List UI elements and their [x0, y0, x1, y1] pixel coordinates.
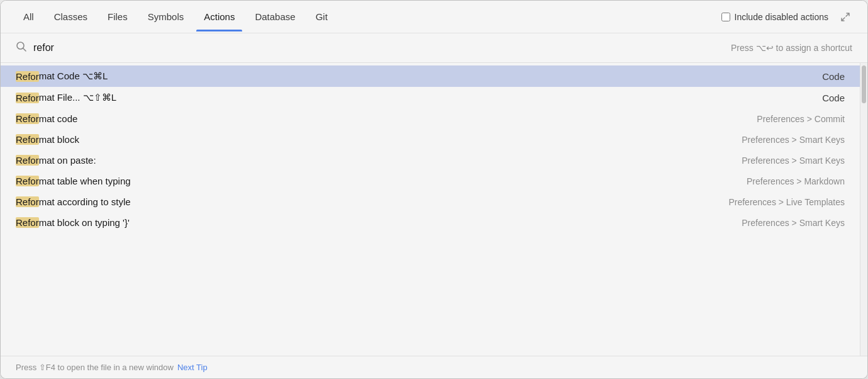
list-item[interactable]: Reformat Code ⌥⌘L Code	[1, 65, 860, 87]
result-category: Preferences > Smart Keys	[742, 218, 845, 228]
tab-database[interactable]: Database	[247, 3, 303, 31]
result-category: Preferences > Commit	[757, 114, 845, 124]
tip-text: Press ⇧F4 to open the file in a new wind…	[16, 363, 174, 372]
result-category: Code	[822, 93, 845, 103]
tab-actions[interactable]: Actions	[196, 3, 242, 31]
result-category: Preferences > Live Templates	[728, 197, 845, 207]
highlight: Refor	[16, 155, 39, 166]
list-item[interactable]: Reformat block on typing '}' Preferences…	[1, 212, 860, 233]
highlight: Refor	[16, 93, 39, 103]
result-name: Reformat according to style	[16, 196, 131, 207]
shortcut-hint: Press ⌥↩ to assign a shortcut	[731, 43, 852, 53]
tab-bar: All Classes Files Symbols Actions Databa…	[1, 1, 867, 33]
highlight: Refor	[16, 71, 39, 82]
result-name: Reformat on paste:	[16, 155, 96, 166]
result-name: Reformat code	[16, 113, 77, 124]
list-item[interactable]: Reformat File... ⌥⇧⌘L Code	[1, 87, 860, 108]
list-item[interactable]: Reformat on paste: Preferences > Smart K…	[1, 150, 860, 171]
result-name: Reformat table when typing	[16, 176, 131, 186]
scrollbar-track[interactable]	[860, 63, 867, 356]
result-name: Reformat File... ⌥⇧⌘L	[16, 92, 116, 103]
result-name: Reformat block	[16, 134, 79, 145]
tab-all[interactable]: All	[16, 3, 42, 31]
results-container: Reformat Code ⌥⌘L Code Reformat File... …	[1, 63, 867, 356]
result-category: Preferences > Smart Keys	[742, 135, 845, 145]
result-category: Code	[822, 71, 845, 82]
scrollbar-thumb[interactable]	[862, 65, 866, 103]
status-bar: Press ⇧F4 to open the file in a new wind…	[1, 356, 867, 378]
tab-symbols[interactable]: Symbols	[140, 3, 192, 31]
include-disabled-label[interactable]: Include disabled actions	[721, 12, 828, 22]
result-category: Preferences > Markdown	[747, 176, 845, 186]
list-item[interactable]: Reformat block Preferences > Smart Keys	[1, 129, 860, 150]
tab-git[interactable]: Git	[308, 3, 335, 31]
highlight: Refor	[16, 196, 39, 207]
resize-icon[interactable]	[838, 10, 852, 24]
tab-classes[interactable]: Classes	[47, 3, 95, 31]
highlight: Refor	[16, 176, 39, 186]
list-item[interactable]: Reformat table when typing Preferences >…	[1, 171, 860, 191]
highlight: Refor	[16, 134, 39, 145]
next-tip-button[interactable]: Next Tip	[177, 363, 208, 372]
highlight: Refor	[16, 217, 39, 228]
result-name: Reformat Code ⌥⌘L	[16, 71, 108, 82]
search-everywhere-dialog: All Classes Files Symbols Actions Databa…	[0, 0, 868, 379]
highlight: Refor	[16, 113, 39, 124]
result-category: Preferences > Smart Keys	[742, 156, 845, 166]
result-name: Reformat block on typing '}'	[16, 217, 130, 228]
include-disabled-text: Include disabled actions	[735, 12, 828, 22]
list-item[interactable]: Reformat according to style Preferences …	[1, 191, 860, 212]
search-input[interactable]	[33, 42, 725, 54]
tab-files[interactable]: Files	[100, 3, 135, 31]
include-disabled-checkbox[interactable]	[721, 13, 730, 21]
search-icon	[16, 41, 27, 55]
search-bar: Press ⌥↩ to assign a shortcut	[1, 33, 867, 63]
list-item[interactable]: Reformat code Preferences > Commit	[1, 108, 860, 129]
results-list: Reformat Code ⌥⌘L Code Reformat File... …	[1, 63, 860, 356]
